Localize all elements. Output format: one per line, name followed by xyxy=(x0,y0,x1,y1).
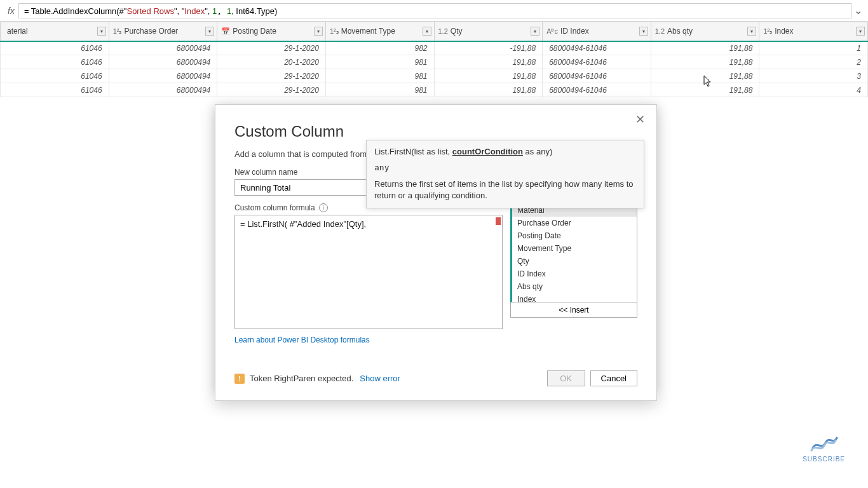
table-cell: 1 xyxy=(759,41,868,55)
formula-bar: fx = Table.AddIndexColumn(#"Sorted Rows"… xyxy=(0,0,868,22)
table-cell: 982 xyxy=(325,41,434,55)
cancel-button[interactable]: Cancel xyxy=(590,370,637,386)
column-header[interactable]: 1.2Qty▾ xyxy=(434,22,543,41)
close-button[interactable]: ✕ xyxy=(630,110,650,129)
table-cell: 191,88 xyxy=(434,83,543,97)
column-filter-dropdown[interactable]: ▾ xyxy=(856,27,865,36)
column-filter-dropdown[interactable]: ▾ xyxy=(639,27,648,36)
table-cell: 3 xyxy=(759,69,868,83)
table-cell: 981 xyxy=(325,69,434,83)
column-header-label: Abs qty xyxy=(667,27,693,36)
column-type-icon: 📅 xyxy=(221,27,230,36)
table-cell: 61046 xyxy=(1,83,109,97)
column-type-icon: 1²₃ xyxy=(763,27,772,36)
info-icon: i xyxy=(319,203,328,212)
custom-formula-input[interactable]: = List.FirstN( #"Added Index"[Qty], xyxy=(234,215,503,329)
available-column-item[interactable]: Purchase Order xyxy=(512,217,637,229)
available-column-item[interactable]: Abs qty xyxy=(512,280,637,293)
column-filter-dropdown[interactable]: ▾ xyxy=(97,27,106,36)
column-header-label: Purchase Order xyxy=(124,27,178,36)
table-cell: 29-1-2020 xyxy=(217,83,326,97)
intellisense-tooltip: List.FirstN(list as list, countOrConditi… xyxy=(366,140,644,208)
column-header-label: Index xyxy=(775,27,793,36)
table-cell: 191,88 xyxy=(434,69,543,83)
column-filter-dropdown[interactable]: ▾ xyxy=(531,27,539,36)
table-cell: 68000494 xyxy=(109,69,217,83)
table-cell: 61046 xyxy=(1,55,109,69)
warning-icon: ! xyxy=(234,374,245,384)
table-cell: 981 xyxy=(325,55,434,69)
table-cell: 191,88 xyxy=(434,55,543,69)
column-type-icon: 1²₃ xyxy=(113,27,122,36)
table-cell: 29-1-2020 xyxy=(217,69,326,83)
table-cell: 981 xyxy=(325,83,434,97)
table-cell: 2 xyxy=(759,55,868,69)
table-cell: 68000494-61046 xyxy=(543,69,651,83)
column-type-icon: Aᴮc xyxy=(546,27,558,36)
table-cell: 191,88 xyxy=(651,83,759,97)
table-cell: 191,88 xyxy=(651,41,759,55)
table-cell: 191,88 xyxy=(651,69,759,83)
subscribe-watermark: SUBSCRIBE xyxy=(803,431,845,463)
show-error-link[interactable]: Show error xyxy=(360,374,400,383)
table-cell: 191,88 xyxy=(651,55,759,69)
available-column-item[interactable]: Posting Date xyxy=(512,229,637,242)
column-header[interactable]: 📅Posting Date▾ xyxy=(217,22,326,41)
table-row[interactable]: 610466800049420-1-2020981191,8868000494-… xyxy=(1,55,868,69)
column-filter-dropdown[interactable]: ▾ xyxy=(747,27,756,36)
table-cell: 68000494 xyxy=(109,83,217,97)
table-cell: 29-1-2020 xyxy=(217,41,326,55)
column-filter-dropdown[interactable]: ▾ xyxy=(423,27,431,36)
table-row[interactable]: 610466800049429-1-2020981191,8868000494-… xyxy=(1,69,868,83)
fx-icon: fx xyxy=(4,6,18,16)
column-type-icon: 1.2 xyxy=(438,27,448,35)
data-table: aterial▾1²₃Purchase Order▾📅Posting Date▾… xyxy=(0,22,868,97)
column-header[interactable]: 1²₃Purchase Order▾ xyxy=(109,22,217,41)
column-header-label: aterial xyxy=(7,27,28,36)
available-column-item[interactable]: Qty xyxy=(512,255,637,268)
table-row[interactable]: 610466800049429-1-2020982-191,8868000494… xyxy=(1,41,868,55)
column-type-icon: 1²₃ xyxy=(330,27,339,36)
available-column-item[interactable]: Movement Type xyxy=(512,242,637,255)
column-header[interactable]: 1²₃Movement Type▾ xyxy=(325,22,434,41)
error-marker-icon xyxy=(496,217,501,225)
table-cell: 68000494 xyxy=(109,41,217,55)
column-filter-dropdown[interactable]: ▾ xyxy=(205,27,214,36)
column-type-icon: 1.2 xyxy=(655,27,665,35)
formula-expand-toggle[interactable]: ⌄ xyxy=(851,4,864,17)
column-header[interactable]: AᴮcID Index▾ xyxy=(543,22,651,41)
available-column-item[interactable]: ID Index xyxy=(512,268,637,280)
error-text: Token RightParen expected. xyxy=(250,374,353,383)
table-cell: 68000494-61046 xyxy=(543,41,651,55)
column-header-label: Movement Type xyxy=(341,27,395,36)
column-header[interactable]: 1²₃Index▾ xyxy=(759,22,868,41)
formula-bar-input[interactable]: = Table.AddIndexColumn(#"Sorted Rows", "… xyxy=(18,3,851,18)
insert-button[interactable]: << Insert xyxy=(510,302,637,318)
table-cell: 61046 xyxy=(1,69,109,83)
available-column-item[interactable]: Index xyxy=(512,293,637,302)
column-header-label: Posting Date xyxy=(233,27,276,36)
column-header-label: Qty xyxy=(451,27,463,36)
table-cell: -191,88 xyxy=(434,41,543,55)
table-cell: 4 xyxy=(759,83,868,97)
table-cell: 61046 xyxy=(1,41,109,55)
column-filter-dropdown[interactable]: ▾ xyxy=(314,27,323,36)
table-row[interactable]: 610466800049429-1-2020981191,8868000494-… xyxy=(1,83,868,97)
learn-link[interactable]: Learn about Power BI Desktop formulas xyxy=(234,336,370,344)
column-header[interactable]: 1.2Abs qty▾ xyxy=(651,22,759,41)
available-columns-list[interactable]: MaterialPurchase OrderPosting DateMoveme… xyxy=(510,203,637,302)
dialog-title: Custom Column xyxy=(234,123,637,140)
table-cell: 68000494-61046 xyxy=(543,83,651,97)
table-cell: 20-1-2020 xyxy=(217,55,326,69)
column-header[interactable]: aterial▾ xyxy=(1,22,109,41)
ok-button[interactable]: OK xyxy=(547,370,585,386)
table-cell: 68000494-61046 xyxy=(543,55,651,69)
table-cell: 68000494 xyxy=(109,55,217,69)
column-header-label: ID Index xyxy=(560,27,589,36)
